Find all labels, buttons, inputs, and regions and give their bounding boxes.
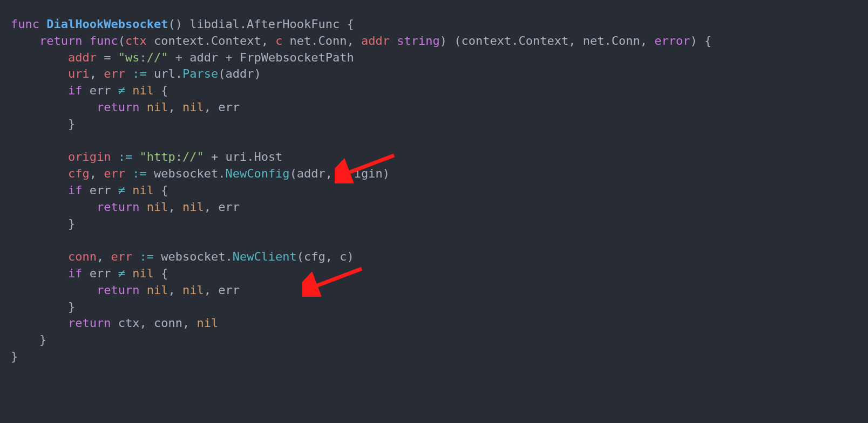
line-15: conn, err := websocket.NewClient(cfg, c) (11, 250, 354, 263)
line-17: return nil, nil, err (11, 283, 240, 297)
line-6: return nil, nil, err (11, 100, 240, 114)
code-block: func DialHookWebsocket() libdial.AfterHo… (11, 16, 857, 365)
line-1: func DialHookWebsocket() libdial.AfterHo… (11, 17, 354, 31)
line-9: origin := "http://" + uri.Host (11, 150, 282, 163)
keyword-func: func (11, 17, 39, 31)
line-20: } (11, 333, 46, 346)
line-11: if err ≠ nil { (11, 183, 168, 197)
line-10: cfg, err := websocket.NewConfig(addr, or… (11, 167, 390, 180)
line-21: } (11, 350, 18, 363)
line-18: } (11, 300, 75, 313)
line-16: if err ≠ nil { (11, 267, 168, 280)
function-name: DialHookWebsocket (46, 17, 168, 31)
line-7: } (11, 117, 75, 131)
line-4: uri, err := url.Parse(addr) (11, 67, 261, 80)
keyword-return: return (39, 34, 82, 47)
line-19: return ctx, conn, nil (11, 316, 218, 330)
line-3: addr = "ws://" + addr + FrpWebsocketPath (11, 51, 354, 64)
keyword-func: func (90, 34, 118, 47)
line-5: if err ≠ nil { (11, 84, 168, 97)
line-13: } (11, 217, 75, 230)
line-2: return func(ctx context.Context, c net.C… (11, 34, 711, 47)
line-12: return nil, nil, err (11, 200, 240, 214)
